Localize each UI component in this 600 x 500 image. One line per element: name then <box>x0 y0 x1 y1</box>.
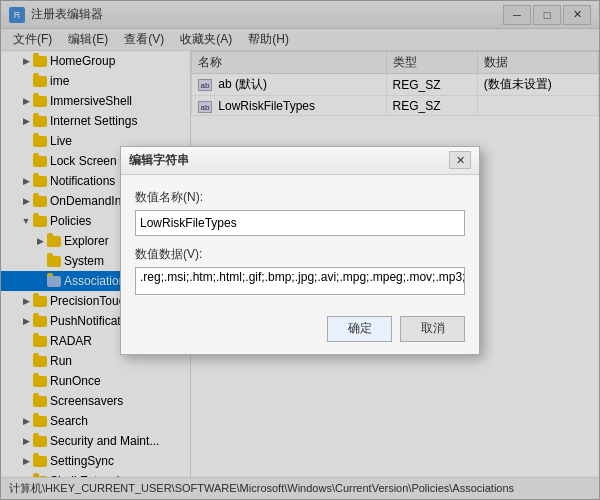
data-label: 数值数据(V): <box>135 246 465 263</box>
name-input[interactable] <box>135 210 465 236</box>
dialog-body: 数值名称(N): 数值数据(V): .reg;.msi;.htm;.html;.… <box>121 175 479 308</box>
cancel-button[interactable]: 取消 <box>400 316 465 342</box>
dialog-title: 编辑字符串 <box>129 152 449 169</box>
dialog-title-bar: 编辑字符串 ✕ <box>121 147 479 175</box>
dialog-close-button[interactable]: ✕ <box>449 151 471 169</box>
dialog-overlay: 编辑字符串 ✕ 数值名称(N): 数值数据(V): .reg;.msi;.htm… <box>0 0 600 500</box>
name-label: 数值名称(N): <box>135 189 465 206</box>
data-input[interactable]: .reg;.msi;.htm;.html;.gif;.bmp;.jpg;.avi… <box>135 267 465 295</box>
edit-string-dialog: 编辑字符串 ✕ 数值名称(N): 数值数据(V): .reg;.msi;.htm… <box>120 146 480 355</box>
ok-button[interactable]: 确定 <box>327 316 392 342</box>
dialog-buttons: 确定 取消 <box>121 308 479 354</box>
